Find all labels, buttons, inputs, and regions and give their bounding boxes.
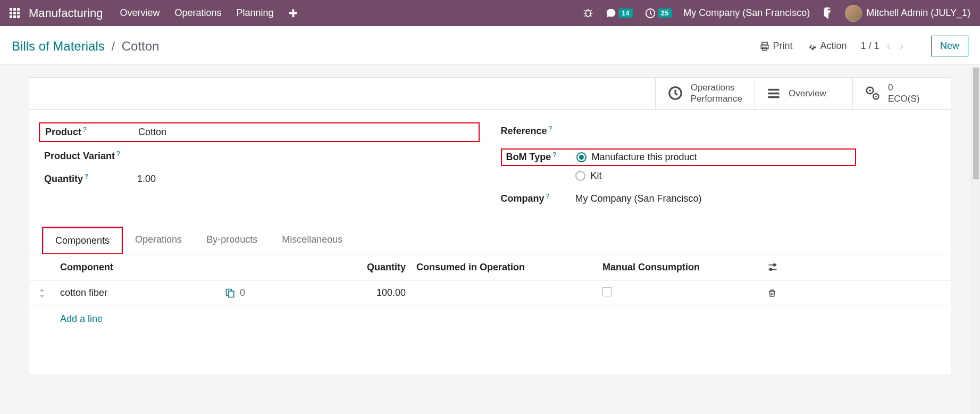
svg-rect-7 xyxy=(13,15,16,18)
quantity-field[interactable]: 1.00 xyxy=(137,173,480,185)
highlight-components-tab: Components xyxy=(42,227,123,254)
notebook: Components Operations By-products Miscel… xyxy=(29,227,951,332)
manual-consumption[interactable] xyxy=(602,287,767,299)
breadcrumb-root[interactable]: Bills of Materials xyxy=(12,39,105,53)
stat-overview[interactable]: Overview xyxy=(754,78,852,109)
pager-prev[interactable]: ‹ xyxy=(885,40,893,52)
messages-badge: 14 xyxy=(618,9,632,18)
apps-icon[interactable] xyxy=(10,8,20,19)
company-label: Company? xyxy=(501,193,575,204)
svg-rect-8 xyxy=(17,15,20,18)
messages-icon[interactable]: 14 xyxy=(605,8,632,19)
nav-operations[interactable]: Operations xyxy=(174,7,221,19)
control-panel: Bills of Materials / Cotton Print Action… xyxy=(0,26,980,64)
tab-operations[interactable]: Operations xyxy=(123,227,194,254)
gears-icon xyxy=(865,85,881,101)
breadcrumb-current: Cotton xyxy=(122,39,160,53)
radio-icon xyxy=(575,171,585,181)
reference-label: Reference? xyxy=(501,126,594,137)
activities-icon[interactable]: 25 xyxy=(644,7,672,19)
svg-rect-6 xyxy=(10,15,12,18)
drag-handle-icon[interactable] xyxy=(39,289,60,297)
highlight-product: Product? Cotton xyxy=(39,122,480,142)
svg-rect-3 xyxy=(10,12,12,14)
svg-point-24 xyxy=(770,268,772,270)
bomtype-manufacture[interactable]: Manufacture this product xyxy=(576,152,851,163)
svg-rect-4 xyxy=(13,12,16,14)
clock-icon xyxy=(667,85,683,101)
tools-icon[interactable] xyxy=(822,7,833,19)
svg-rect-5 xyxy=(17,12,20,14)
add-line[interactable]: Add a line xyxy=(29,306,951,332)
table-row[interactable]: cotton fiber 0 100.00 xyxy=(29,281,951,306)
checkbox-icon[interactable] xyxy=(602,287,612,296)
tab-byproducts[interactable]: By-products xyxy=(194,227,270,254)
avatar xyxy=(845,5,862,22)
new-button[interactable]: New xyxy=(931,36,968,56)
delete-row-icon[interactable] xyxy=(767,288,799,299)
tab-miscellaneous[interactable]: Miscellaneous xyxy=(270,227,355,254)
stat-operations-performance[interactable]: Operations Performance xyxy=(655,78,754,109)
scrollbar[interactable] xyxy=(971,67,980,414)
svg-rect-26 xyxy=(229,291,234,297)
company-field[interactable]: My Company (San Francisco) xyxy=(575,193,936,204)
top-navbar: Manufacturing Overview Operations Planni… xyxy=(0,0,980,26)
print-button[interactable]: Print xyxy=(759,40,793,52)
plus-icon[interactable]: ✚ xyxy=(289,7,298,20)
quantity-label: Quantity? xyxy=(44,173,137,185)
forecast-value: 0 xyxy=(240,287,245,299)
action-button[interactable]: Action xyxy=(807,40,847,52)
debug-icon[interactable] xyxy=(583,8,593,19)
pager: 1 / 1 ‹ › xyxy=(861,40,906,52)
svg-rect-0 xyxy=(10,8,12,11)
svg-rect-15 xyxy=(768,93,780,95)
nav-overview[interactable]: Overview xyxy=(120,7,160,19)
col-component: Component xyxy=(60,262,225,273)
pager-next[interactable]: › xyxy=(898,40,906,52)
col-consumed: Consumed in Operation xyxy=(416,262,602,273)
svg-rect-2 xyxy=(17,8,20,11)
highlight-bomtype: BoM Type? Manufacture this product xyxy=(501,148,857,166)
forecast-icon[interactable] xyxy=(225,288,236,299)
breadcrumb: Bills of Materials / Cotton xyxy=(12,39,159,54)
svg-point-20 xyxy=(875,96,877,97)
list-icon xyxy=(766,86,781,101)
tab-components[interactable]: Components xyxy=(43,228,122,253)
bomtype-kit[interactable]: Kit xyxy=(575,170,936,181)
product-field[interactable]: Cotton xyxy=(138,127,473,138)
col-manual: Manual Consumption xyxy=(602,262,767,273)
svg-point-23 xyxy=(773,264,775,266)
variant-label: Product Variant? xyxy=(44,151,137,162)
nav-planning[interactable]: Planning xyxy=(237,7,274,19)
form-sheet: Operations Performance Overview 0 ECO(S) xyxy=(29,77,951,375)
user-name: Mitchell Admin (JULY_1) xyxy=(866,7,970,19)
svg-point-18 xyxy=(869,89,871,92)
svg-rect-14 xyxy=(768,89,780,91)
user-menu[interactable]: Mitchell Admin (JULY_1) xyxy=(845,5,970,22)
stat-ecos[interactable]: 0 ECO(S) xyxy=(852,78,951,109)
col-quantity: Quantity xyxy=(257,262,416,273)
component-name[interactable]: cotton fiber xyxy=(60,287,225,299)
radio-selected-icon xyxy=(576,152,587,162)
product-label: Product? xyxy=(45,127,138,138)
optional-columns-icon[interactable] xyxy=(767,263,799,271)
bomtype-label: BoM Type? xyxy=(502,152,576,163)
svg-rect-1 xyxy=(13,8,16,11)
activities-badge: 25 xyxy=(658,9,672,18)
app-brand[interactable]: Manufacturing xyxy=(29,6,103,20)
breadcrumb-sep: / xyxy=(111,39,115,53)
company-switcher[interactable]: My Company (San Francisco) xyxy=(683,7,810,19)
component-qty[interactable]: 100.00 xyxy=(257,287,416,299)
svg-rect-16 xyxy=(768,96,780,98)
pager-value[interactable]: 1 / 1 xyxy=(861,40,880,52)
